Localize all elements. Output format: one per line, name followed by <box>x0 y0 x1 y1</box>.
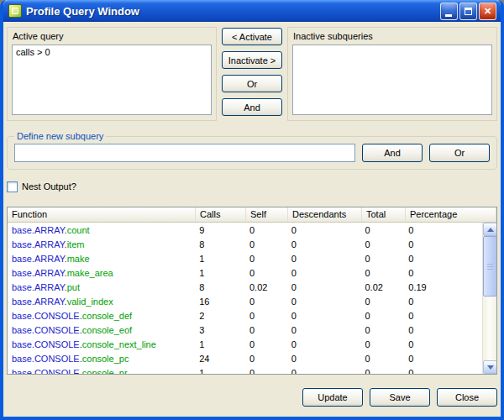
value-cell: 0 <box>287 311 361 321</box>
scroll-up-icon <box>487 228 494 232</box>
value-cell: 0 <box>360 354 404 364</box>
value-cell: 0 <box>360 297 404 307</box>
nest-output-checkbox[interactable] <box>7 181 18 192</box>
active-query-label: Active query <box>13 31 211 41</box>
subquery-or-button[interactable]: Or <box>429 144 490 162</box>
table-row[interactable]: base.CONSOLE.console_next_line10000 <box>8 337 482 351</box>
table-row[interactable]: base.ARRAY.make_area10000 <box>8 265 482 280</box>
transfer-buttons: < Activate Inactivate > Or And <box>222 27 282 121</box>
column-header-function[interactable]: Function <box>8 207 196 222</box>
and-button[interactable]: And <box>222 98 282 116</box>
function-cell: base.ARRAY.item <box>8 239 195 249</box>
inactive-subqueries-list[interactable] <box>292 45 492 115</box>
active-query-list[interactable]: calls > 0 <box>12 45 212 115</box>
minimize-button[interactable] <box>440 3 458 20</box>
value-cell: 0 <box>404 339 482 349</box>
table-body: base.ARRAY.count90000base.ARRAY.item8000… <box>8 223 482 374</box>
value-cell: 0 <box>245 225 287 235</box>
value-cell: 0 <box>404 368 482 375</box>
value-cell: 0 <box>245 311 287 321</box>
table-row[interactable]: base.ARRAY.put80.0200.020.19 <box>8 280 482 294</box>
define-subquery-caption: Define new subquery <box>14 131 106 141</box>
value-cell: 0 <box>360 368 404 375</box>
value-cell: 0 <box>360 239 404 249</box>
table-row[interactable]: base.ARRAY.make10000 <box>8 251 482 265</box>
save-button[interactable]: Save <box>370 388 430 407</box>
close-icon: ✕ <box>484 7 491 16</box>
value-cell: 0 <box>360 325 404 335</box>
close-button[interactable]: ✕ <box>479 3 496 20</box>
table-row[interactable]: base.CONSOLE.console_eof30000 <box>8 323 482 337</box>
inactive-subqueries-label: Inactive subqueries <box>293 31 491 41</box>
function-cell: base.ARRAY.valid_index <box>8 297 195 307</box>
value-cell: 0 <box>404 268 482 278</box>
function-cell: base.CONSOLE.console_eof <box>8 325 195 335</box>
define-subquery-group: Define new subquery And Or <box>7 136 497 170</box>
scrollbar-down-button[interactable] <box>483 360 497 374</box>
value-cell: 0 <box>287 282 361 292</box>
active-query-group: Active query calls > 0 <box>7 27 217 121</box>
scroll-down-icon <box>487 365 494 370</box>
function-cell: base.CONSOLE.console_pc <box>8 354 195 364</box>
close-dialog-button[interactable]: Close <box>437 388 497 407</box>
table-row[interactable]: base.ARRAY.count90000 <box>8 223 482 237</box>
value-cell: 3 <box>195 325 245 335</box>
scrollbar-thumb[interactable] <box>483 236 497 297</box>
subquery-and-button[interactable]: And <box>362 144 423 162</box>
inactive-subqueries-group: Inactive subqueries <box>287 27 497 121</box>
column-header-total[interactable]: Total <box>362 207 406 222</box>
value-cell: 0.02 <box>360 282 404 292</box>
scrollbar-up-button[interactable] <box>483 223 497 236</box>
column-header-calls[interactable]: Calls <box>196 207 246 222</box>
value-cell: 0 <box>404 225 482 235</box>
value-cell: 0 <box>287 339 361 349</box>
app-icon <box>8 4 22 18</box>
column-header-descendants[interactable]: Descendants <box>288 207 362 222</box>
profile-query-window: Profile Query Window ✕ Active query call… <box>0 0 504 420</box>
or-button[interactable]: Or <box>222 75 282 92</box>
value-cell: 0 <box>245 354 287 364</box>
vertical-scrollbar[interactable] <box>482 223 496 374</box>
results-table: FunctionCallsSelfDescendantsTotalPercent… <box>7 207 497 375</box>
value-cell: 0 <box>360 339 404 349</box>
table-row[interactable]: base.ARRAY.item80000 <box>8 237 482 251</box>
column-header-self[interactable]: Self <box>246 207 288 222</box>
value-cell: 0 <box>404 254 482 264</box>
update-button[interactable]: Update <box>302 388 363 407</box>
value-cell: 0 <box>245 339 287 349</box>
inactivate-button[interactable]: Inactivate > <box>222 51 282 69</box>
function-cell: base.CONSOLE.console_pr <box>8 368 195 375</box>
table-row[interactable]: base.ARRAY.valid_index160000 <box>8 294 482 308</box>
value-cell: 0 <box>287 368 361 375</box>
query-panels-row: Active query calls > 0 < Activate Inacti… <box>7 27 497 121</box>
value-cell: 0 <box>245 297 287 307</box>
value-cell: 1 <box>195 254 245 264</box>
column-header-percentage[interactable]: Percentage <box>406 207 496 222</box>
window-controls: ✕ <box>440 3 496 20</box>
value-cell: 8 <box>195 282 245 292</box>
value-cell: 0.02 <box>245 282 287 292</box>
value-cell: 0 <box>404 354 482 364</box>
function-cell: base.CONSOLE.console_def <box>8 311 195 321</box>
value-cell: 0 <box>287 254 361 264</box>
table-row[interactable]: base.CONSOLE.console_def20000 <box>8 308 482 323</box>
subquery-input[interactable] <box>14 144 355 162</box>
nest-output-row: Nest Output? <box>7 180 497 193</box>
active-query-item[interactable]: calls > 0 <box>13 45 211 59</box>
activate-button[interactable]: < Activate <box>222 28 282 45</box>
footer-buttons: Update Save Close <box>7 388 497 407</box>
value-cell: 0 <box>404 297 482 307</box>
client-area: Active query calls > 0 < Activate Inacti… <box>3 22 501 417</box>
value-cell: 0 <box>360 225 404 235</box>
value-cell: 0 <box>245 368 287 375</box>
value-cell: 8 <box>195 239 245 249</box>
value-cell: 0 <box>404 239 482 249</box>
table-row[interactable]: base.CONSOLE.console_pr10000 <box>8 365 482 374</box>
value-cell: 1 <box>195 268 245 278</box>
maximize-button[interactable] <box>459 3 477 20</box>
title-bar[interactable]: Profile Query Window ✕ <box>3 0 501 22</box>
value-cell: 1 <box>195 339 245 349</box>
value-cell: 0 <box>360 254 404 264</box>
window-title: Profile Query Window <box>26 5 436 18</box>
table-row[interactable]: base.CONSOLE.console_pc240000 <box>8 351 482 365</box>
